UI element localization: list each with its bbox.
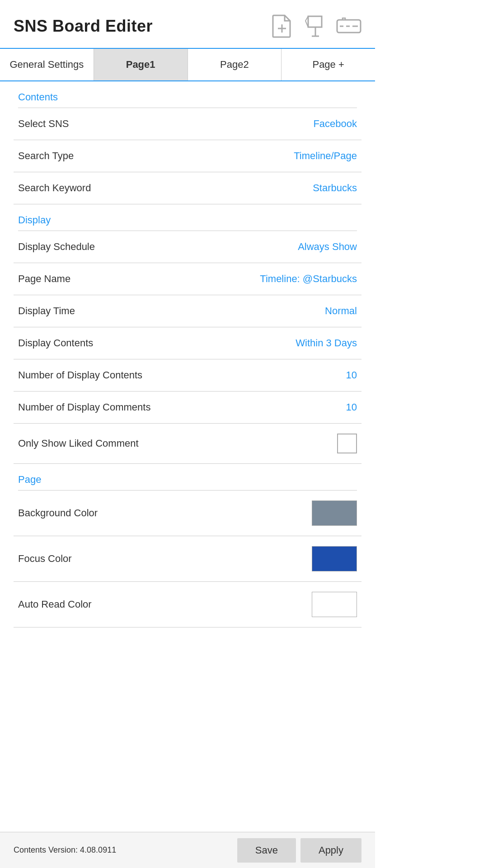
page-title: SNS Board Editer (14, 17, 153, 36)
label-display-schedule: Display Schedule (18, 241, 95, 253)
section-heading-contents: Contents (14, 81, 361, 108)
row-search-type: Search Type Timeline/Page (14, 140, 361, 172)
value-display-contents[interactable]: Within 3 Days (296, 337, 357, 349)
version-label: Contents Version: 4.08.0911 (14, 845, 116, 855)
row-page-name: Page Name Timeline: @Starbucks (14, 263, 361, 295)
save-button[interactable]: Save (237, 838, 296, 863)
row-select-sns: Select SNS Facebook (14, 108, 361, 140)
row-auto-read-color: Auto Read Color (14, 582, 361, 627)
apply-button[interactable]: Apply (300, 838, 361, 863)
row-display-schedule: Display Schedule Always Show (14, 231, 361, 263)
label-display-time: Display Time (18, 305, 75, 317)
edit-icon[interactable] (303, 14, 328, 39)
section-heading-page: Page (14, 464, 361, 490)
value-num-display-contents[interactable]: 10 (346, 369, 357, 381)
value-display-schedule[interactable]: Always Show (298, 241, 357, 253)
value-num-display-comments[interactable]: 10 (346, 401, 357, 413)
swatch-auto-read-color[interactable] (312, 592, 357, 617)
label-num-display-contents: Number of Display Contents (18, 369, 142, 381)
add-file-icon[interactable] (269, 14, 295, 39)
swatch-focus-color[interactable] (312, 546, 357, 571)
label-select-sns: Select SNS (18, 118, 69, 130)
label-search-keyword: Search Keyword (18, 182, 91, 194)
footer: Contents Version: 4.08.0911 Save Apply (0, 832, 375, 868)
tab-general-settings[interactable]: General Settings (0, 49, 94, 80)
row-num-display-comments: Number of Display Comments 10 (14, 392, 361, 424)
value-display-time[interactable]: Normal (325, 305, 357, 317)
section-heading-display: Display (14, 204, 361, 231)
tab-bar: General Settings Page1 Page2 Page + (0, 48, 375, 81)
value-search-keyword[interactable]: Starbucks (313, 182, 357, 194)
label-background-color: Background Color (18, 507, 98, 519)
row-num-display-contents: Number of Display Contents 10 (14, 359, 361, 392)
tab-page2[interactable]: Page2 (188, 49, 282, 80)
checkbox-only-show-liked[interactable] (337, 434, 357, 453)
label-num-display-comments: Number of Display Comments (18, 401, 150, 413)
header: SNS Board Editer (0, 0, 375, 48)
label-focus-color: Focus Color (18, 553, 72, 565)
tab-page1[interactable]: Page1 (94, 49, 188, 80)
value-select-sns[interactable]: Facebook (313, 118, 357, 130)
row-search-keyword: Search Keyword Starbucks (14, 172, 361, 204)
row-only-show-liked: Only Show Liked Comment (14, 424, 361, 464)
main-content: Contents Select SNS Facebook Search Type… (0, 81, 375, 627)
row-display-contents: Display Contents Within 3 Days (14, 327, 361, 359)
label-auto-read-color: Auto Read Color (18, 599, 92, 610)
swatch-background-color[interactable] (312, 500, 357, 526)
row-focus-color: Focus Color (14, 536, 361, 582)
row-display-time: Display Time Normal (14, 295, 361, 327)
row-background-color: Background Color (14, 491, 361, 536)
label-only-show-liked: Only Show Liked Comment (18, 438, 139, 449)
tab-page-plus[interactable]: Page + (282, 49, 375, 80)
tools-icon[interactable] (336, 14, 361, 39)
label-search-type: Search Type (18, 150, 74, 162)
header-icons (269, 14, 361, 39)
label-page-name: Page Name (18, 273, 70, 285)
footer-buttons: Save Apply (237, 838, 361, 863)
label-display-contents: Display Contents (18, 337, 93, 349)
value-search-type[interactable]: Timeline/Page (294, 150, 357, 162)
value-page-name[interactable]: Timeline: @Starbucks (260, 273, 357, 285)
